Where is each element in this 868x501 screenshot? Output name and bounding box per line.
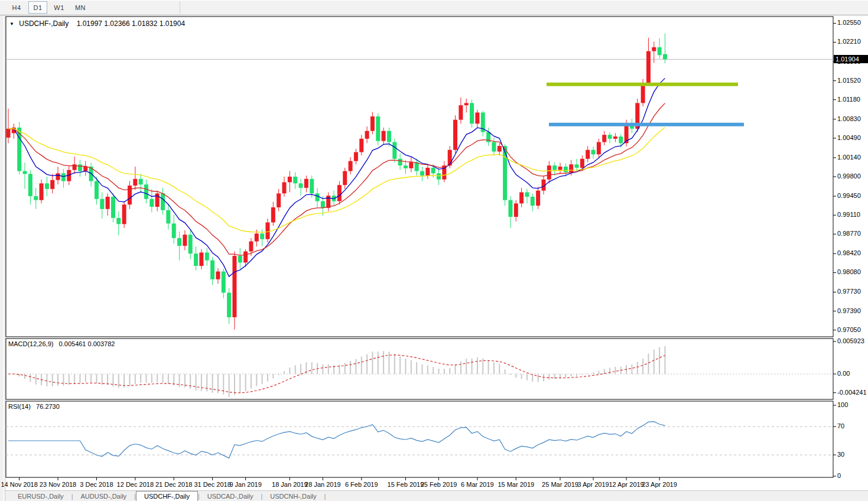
candle-up[interactable] [613,136,617,139]
chart-tab-audusd[interactable]: AUDUSD-,Daily [73,492,134,501]
candle-up[interactable] [425,168,430,175]
candle-down[interactable] [398,159,402,165]
candle-down[interactable] [437,173,441,179]
candle-up[interactable] [271,207,275,222]
candle-up[interactable] [282,182,287,193]
candle-up[interactable] [50,180,54,189]
candle-up[interactable] [597,142,601,154]
candle-up[interactable] [365,131,369,139]
chart-tab-usdcad[interactable]: USDCAD-,Daily [200,492,261,501]
candle-up[interactable] [586,150,590,159]
candle-down[interactable] [222,272,226,293]
candle-down[interactable] [34,196,38,200]
candle-up[interactable] [354,152,358,161]
candle-down[interactable] [608,135,612,139]
candle-up[interactable] [646,51,651,83]
candle-down[interactable] [404,165,408,168]
candle-up[interactable] [243,252,248,263]
candle-down[interactable] [260,233,264,239]
rsi-panel[interactable] [6,401,833,477]
candle-down[interactable] [205,252,209,260]
candle-down[interactable] [316,193,320,201]
candle-down[interactable] [321,201,325,208]
candle-up[interactable] [359,139,363,152]
candle-up[interactable] [448,150,452,165]
candle-down[interactable] [227,292,231,317]
candle-up[interactable] [122,204,126,224]
candle-down[interactable] [293,177,297,183]
candle-down[interactable] [45,183,49,188]
candle-up[interactable] [514,203,518,217]
candle-up[interactable] [602,135,606,142]
candle-down[interactable] [238,256,242,262]
candle-up[interactable] [370,116,375,131]
candle-down[interactable] [23,171,27,174]
candle-down[interactable] [177,238,181,246]
chart-tab-usdcnh[interactable]: USDCNH-,Daily [262,492,324,501]
candle-up[interactable] [128,186,132,204]
candle-down[interactable] [575,164,579,168]
candle-up[interactable] [56,173,60,180]
candle-down[interactable] [111,197,115,218]
candle-up[interactable] [536,191,540,206]
candle-up[interactable] [304,179,308,188]
candle-down[interactable] [116,218,121,224]
candle-up[interactable] [40,183,44,200]
macd-panel[interactable] [6,339,833,399]
candle-up[interactable] [183,235,187,246]
candle-down[interactable] [210,261,214,279]
candle-down[interactable] [591,150,596,155]
candle-down[interactable] [658,47,662,55]
candle-down[interactable] [149,199,154,207]
candle-down[interactable] [420,171,424,176]
candle-up[interactable] [569,164,573,172]
candle-down[interactable] [144,184,148,199]
candle-down[interactable] [61,173,66,181]
candle-down[interactable] [492,142,496,151]
candle-down[interactable] [663,54,667,60]
candle-up[interactable] [232,256,236,317]
candle-down[interactable] [17,128,21,171]
candle-down[interactable] [100,199,104,209]
chart-canvas[interactable] [0,0,868,501]
candle-down[interactable] [564,167,568,172]
candle-up[interactable] [133,179,137,186]
candle-up[interactable] [409,162,413,168]
candle-down[interactable] [470,103,474,123]
candle-up[interactable] [652,47,656,51]
candle-down[interactable] [508,200,512,217]
candle-down[interactable] [95,181,99,199]
candle-up[interactable] [6,129,11,138]
candle-down[interactable] [431,168,435,173]
candle-down[interactable] [503,146,507,200]
candle-up[interactable] [519,192,524,203]
candle-up[interactable] [475,112,479,123]
candle-up[interactable] [343,171,347,186]
candle-up[interactable] [580,159,584,168]
candle-down[interactable] [139,179,143,184]
candle-down[interactable] [28,174,32,196]
candle-down[interactable] [166,210,170,224]
main-plot-panel[interactable] [6,17,833,337]
candle-up[interactable] [83,167,87,171]
candle-down[interactable] [161,193,165,210]
candle-down[interactable] [525,192,529,197]
candle-up[interactable] [216,272,220,279]
chart-tab-eurusd[interactable]: EURUSD-,Daily [10,492,71,501]
candle-up[interactable] [547,165,551,180]
candle-up[interactable] [337,185,342,201]
candle-up[interactable] [249,242,253,252]
candle-down[interactable] [188,235,193,253]
candle-up[interactable] [255,233,259,241]
candle-down[interactable] [552,165,557,170]
candle-up[interactable] [459,105,463,120]
candle-up[interactable] [349,161,353,171]
candle-up[interactable] [464,103,469,105]
candle-up[interactable] [265,222,269,239]
candle-up[interactable] [382,131,386,141]
candle-up[interactable] [453,120,457,150]
candle-down[interactable] [299,183,303,188]
candle-down[interactable] [392,142,396,158]
candle-down[interactable] [194,253,198,266]
candle-up[interactable] [199,252,203,266]
